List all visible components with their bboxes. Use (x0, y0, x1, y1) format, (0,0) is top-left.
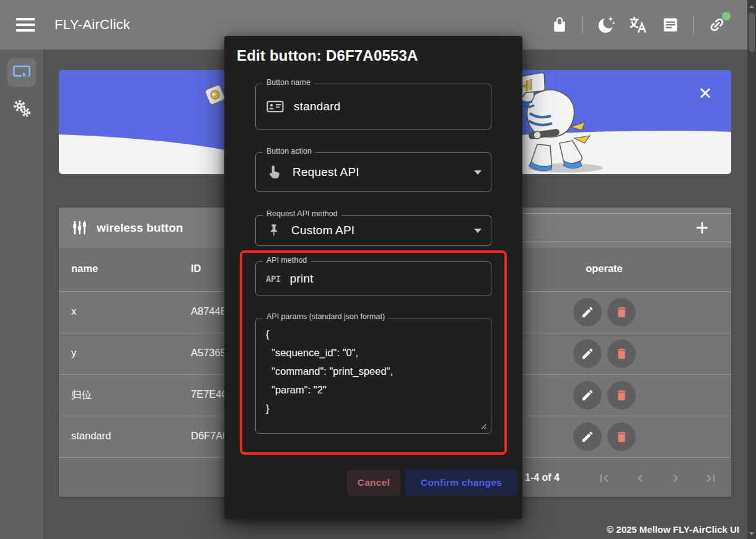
row-name: standard (71, 430, 111, 442)
request-api-method-label: Request API method (263, 209, 341, 218)
api-params-value[interactable]: { "sequence_id": "0", "command": "print_… (256, 318, 491, 433)
connection-status-dot (722, 12, 731, 20)
button-action-label: Button action (263, 147, 315, 156)
dark-mode-icon[interactable] (593, 12, 619, 38)
chevron-down-icon (474, 229, 481, 233)
delete-button[interactable] (607, 423, 636, 451)
prev-page-icon[interactable] (628, 466, 653, 491)
delete-button[interactable] (607, 298, 636, 326)
col-name: name (71, 263, 98, 274)
row-id: A57365 (191, 347, 226, 359)
chevron-down-icon (474, 170, 481, 175)
request-api-method-select[interactable]: Request API method Custom API (255, 215, 491, 246)
row-name: y (71, 347, 76, 359)
article-icon[interactable] (657, 12, 683, 38)
trash-icon (615, 388, 628, 402)
shopping-bag-icon[interactable] (547, 12, 573, 38)
topbar-actions (547, 12, 730, 38)
pencil-icon (581, 388, 594, 402)
link-status-icon[interactable] (704, 12, 730, 38)
remote-click-icon (12, 63, 32, 82)
scrollbar-thumb[interactable] (749, 12, 755, 52)
badge-icon (266, 97, 284, 116)
edit-button[interactable] (573, 298, 602, 326)
dialog-title: Edit button: D6F7A0553A (237, 47, 418, 64)
app-title: FLY-AirClick (55, 17, 130, 33)
delete-button[interactable] (607, 340, 636, 368)
pencil-icon (581, 305, 594, 319)
push-pin-icon (266, 222, 282, 239)
edit-button[interactable] (573, 381, 602, 410)
api-method-label: API method (263, 256, 310, 265)
row-id: D6F7A0 (191, 430, 229, 442)
trash-icon (615, 430, 628, 444)
col-operate: operate (542, 263, 666, 274)
request-api-method-value: Custom API (291, 224, 354, 237)
api-params-textarea[interactable]: API params (standard json format) { "seq… (255, 318, 491, 434)
trash-icon (615, 305, 628, 319)
button-name-label: Button name (263, 78, 314, 87)
edit-button-dialog: Edit button: D6F7A0553A Button name stan… (224, 36, 522, 519)
add-button[interactable]: + (687, 214, 718, 242)
edit-button[interactable] (573, 340, 602, 368)
pencil-icon (581, 347, 594, 361)
page-scrollbar[interactable] (747, 0, 756, 539)
first-page-icon[interactable] (592, 466, 617, 491)
pagination-label: 1-4 of 4 (525, 472, 560, 483)
edit-button[interactable] (573, 423, 602, 451)
topbar-divider (693, 15, 694, 34)
next-page-icon[interactable] (663, 466, 688, 491)
translate-icon[interactable] (625, 12, 651, 38)
pencil-icon (581, 430, 594, 444)
last-page-icon[interactable] (698, 466, 723, 491)
sidebar-item-remote-buttons[interactable] (7, 58, 36, 87)
button-name-value: standard (294, 100, 341, 113)
menu-icon[interactable] (16, 14, 41, 35)
button-action-value: Request API (292, 165, 359, 179)
scroll-down-icon[interactable] (749, 532, 754, 535)
api-icon: API (266, 274, 281, 284)
row-name: x (71, 305, 76, 317)
sliders-icon (71, 219, 88, 236)
api-method-value: print (290, 272, 314, 286)
row-id: 7E7E4C (191, 388, 229, 400)
app-root: FLY-AirClick (0, 0, 756, 539)
button-name-field[interactable]: Button name standard (255, 84, 491, 129)
row-id: A8744E (191, 305, 227, 317)
col-id: ID (191, 263, 201, 274)
delete-button[interactable] (607, 381, 636, 410)
api-params-label: API params (standard json format) (263, 312, 389, 321)
button-action-select[interactable]: Button action Request API (255, 152, 491, 192)
topbar-divider (582, 15, 583, 34)
api-method-field[interactable]: API method API print (255, 261, 491, 296)
sidebar (0, 50, 44, 539)
panel-title: wireless button (97, 221, 183, 235)
resize-handle-icon[interactable] (479, 422, 487, 430)
gear-icon (12, 99, 32, 118)
footer-copyright: © 2025 Mellow FLY-AirClick UI (607, 524, 739, 535)
trash-icon (615, 347, 628, 361)
scroll-up-icon[interactable] (749, 5, 754, 8)
row-name: 归位 (71, 388, 92, 402)
sidebar-item-settings[interactable] (7, 94, 36, 123)
touch-hand-icon (266, 164, 283, 181)
confirm-changes-button[interactable]: Confirm changes (405, 470, 517, 496)
banner-close-icon[interactable]: ✕ (694, 82, 716, 105)
cancel-button[interactable]: Cancel (347, 470, 400, 496)
